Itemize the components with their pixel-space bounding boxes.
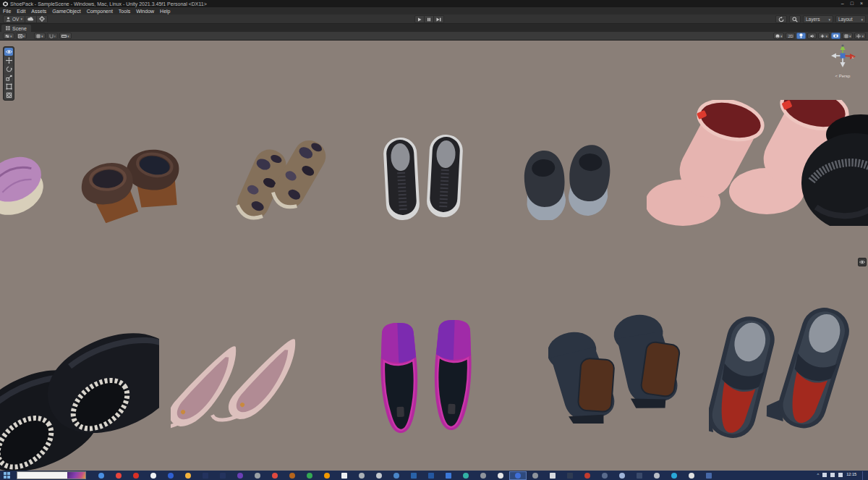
shoe-pink-sneaker-partial[interactable]: [0, 139, 45, 223]
projection-label[interactable]: < Persp: [825, 74, 861, 78]
tab-scene[interactable]: Scene: [1, 25, 31, 32]
close-button[interactable]: ×: [860, 0, 863, 7]
taskbar-app-icon[interactable]: [509, 471, 527, 480]
taskbar-search-input[interactable]: [17, 471, 86, 479]
taskbar-app-icon[interactable]: [631, 471, 648, 480]
taskbar-app-icon[interactable]: [318, 471, 336, 480]
pivot-rotation-button[interactable]: ▾: [16, 33, 27, 39]
camera-settings-button[interactable]: [831, 33, 841, 39]
scene-gizmo[interactable]: x < Persp: [825, 43, 861, 78]
pause-button[interactable]: [425, 15, 434, 23]
taskbar-clock[interactable]: 12:15: [846, 472, 856, 476]
maximize-button[interactable]: □: [851, 0, 854, 7]
rect-tool-button[interactable]: [4, 83, 13, 90]
rotate-tool-button[interactable]: [4, 65, 13, 73]
2d-toggle-button[interactable]: 2D: [786, 33, 795, 39]
taskbar-app-icon[interactable]: [422, 471, 440, 480]
shoe-black-platform-partial[interactable]: [800, 113, 868, 226]
search-button[interactable]: [789, 15, 801, 23]
shoe-navy-loafers[interactable]: [709, 307, 868, 450]
shoe-black-braided-clogs[interactable]: [0, 307, 159, 471]
taskbar-app-icon[interactable]: [665, 471, 683, 480]
shoe-magenta-mules[interactable]: [373, 320, 476, 437]
scale-tool-button[interactable]: [4, 74, 13, 82]
tray-battery-icon[interactable]: [838, 473, 843, 477]
taskbar-app-icon[interactable]: [475, 471, 492, 480]
show-desktop-button[interactable]: [862, 471, 865, 480]
cloud-button[interactable]: [25, 15, 37, 23]
start-button[interactable]: [4, 472, 12, 480]
taskbar-app-icon[interactable]: [527, 471, 544, 480]
menu-assets[interactable]: Assets: [28, 9, 49, 14]
gizmos-dropdown[interactable]: ▾: [854, 33, 866, 39]
taskbar-app-icon[interactable]: [700, 471, 718, 480]
taskbar-app-icon[interactable]: [683, 471, 700, 480]
taskbar-app-icon[interactable]: [388, 471, 405, 480]
taskbar-app-icon[interactable]: [457, 471, 475, 480]
menu-component[interactable]: Component: [84, 9, 116, 14]
taskbar-app-icon[interactable]: [284, 471, 301, 480]
grid-settings-dropdown[interactable]: ▾: [842, 33, 854, 39]
undo-history-button[interactable]: [775, 15, 787, 23]
shoe-navy-ankle-boots[interactable]: [548, 311, 684, 424]
taskbar-app-icon[interactable]: [370, 471, 388, 480]
overlay-visibility-button[interactable]: [858, 258, 867, 266]
taskbar-app-icon[interactable]: [596, 471, 613, 480]
play-button[interactable]: [414, 15, 425, 23]
shoe-camo-sneakers[interactable]: [236, 136, 328, 223]
snap-toggle-button[interactable]: ▾: [47, 33, 59, 39]
taskbar-app-icon[interactable]: [93, 471, 110, 480]
layout-dropdown[interactable]: Layout ▾: [835, 15, 866, 23]
taskbar-app-icon[interactable]: [179, 471, 197, 480]
taskbar-app-icon[interactable]: [492, 471, 509, 480]
move-tool-button[interactable]: [4, 56, 13, 64]
shoe-black-knit-sneakers[interactable]: [379, 133, 469, 223]
settings-button[interactable]: [37, 15, 48, 23]
taskbar-app-icon[interactable]: [613, 471, 631, 480]
minimize-button[interactable]: –: [841, 0, 844, 7]
view-tool-button[interactable]: [4, 48, 13, 56]
layers-dropdown[interactable]: Layers ▾: [803, 15, 833, 23]
taskbar-app-icon[interactable]: [440, 471, 457, 480]
lighting-toggle-button[interactable]: [796, 33, 806, 39]
taskbar-app-icon[interactable]: [561, 471, 579, 480]
taskbar-app-icon[interactable]: [249, 471, 266, 480]
taskbar-app-icon[interactable]: [197, 471, 214, 480]
shoe-brown-wedge-heels[interactable]: [77, 142, 185, 223]
taskbar-app-icon[interactable]: [301, 471, 318, 480]
taskbar-app-icon[interactable]: [231, 471, 249, 480]
taskbar-app-icon[interactable]: [579, 471, 596, 480]
taskbar-app-icon[interactable]: [648, 471, 665, 480]
step-button[interactable]: [434, 15, 444, 23]
taskbar-app-icon[interactable]: [544, 471, 561, 480]
menu-edit[interactable]: Edit: [14, 9, 28, 14]
shoe-gray-clogs[interactable]: [515, 140, 615, 220]
transform-tool-button[interactable]: [4, 91, 13, 99]
taskbar-app-icon[interactable]: [127, 471, 145, 480]
menu-file[interactable]: File: [0, 9, 14, 14]
tray-network-icon[interactable]: [822, 473, 827, 477]
taskbar-app-icon[interactable]: [214, 471, 231, 480]
taskbar-app-icon[interactable]: [353, 471, 370, 480]
menu-gameobject[interactable]: GameObject: [49, 9, 83, 14]
tray-expand-icon[interactable]: ^: [817, 471, 819, 479]
shoe-pink-slingback-heels[interactable]: [171, 320, 299, 443]
taskbar-app-icon[interactable]: [162, 471, 179, 480]
menu-help[interactable]: Help: [157, 9, 173, 14]
taskbar-app-icon[interactable]: [145, 471, 162, 480]
grid-visibility-button[interactable]: ▾: [34, 33, 46, 39]
tool-settings-button[interactable]: ▾: [3, 33, 14, 39]
account-button[interactable]: OV ▾: [3, 15, 25, 23]
scene-viewport[interactable]: x < Persp: [0, 41, 868, 471]
tray-volume-icon[interactable]: [830, 473, 835, 477]
effects-dropdown[interactable]: ▾: [818, 33, 830, 39]
taskbar-app-icon[interactable]: [336, 471, 353, 480]
taskbar-app-icon[interactable]: [266, 471, 284, 480]
taskbar-app-icon[interactable]: [405, 471, 422, 480]
menu-window[interactable]: Window: [133, 9, 157, 14]
taskbar-app-icon[interactable]: [110, 471, 127, 480]
snap-increment-button[interactable]: ▾: [59, 33, 72, 39]
shading-mode-dropdown[interactable]: ▾: [773, 33, 785, 39]
menu-tools[interactable]: Tools: [116, 9, 133, 14]
audio-toggle-button[interactable]: [807, 33, 817, 39]
